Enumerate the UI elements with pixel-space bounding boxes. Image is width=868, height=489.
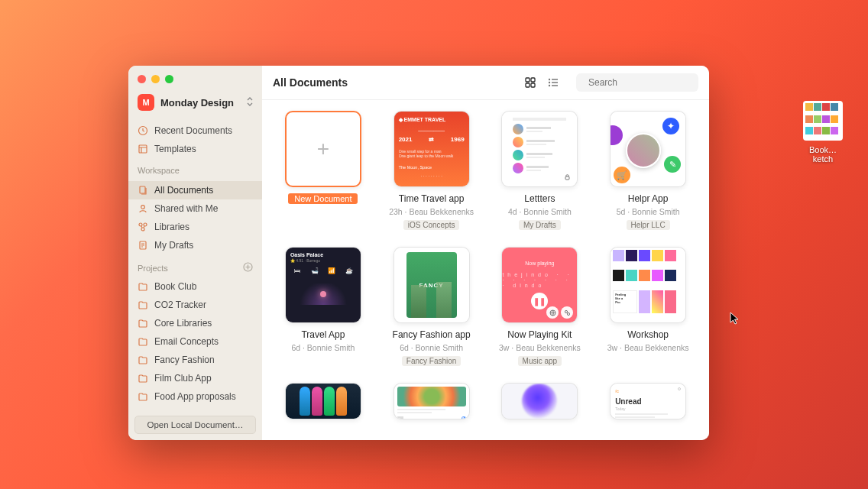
document-thumbnail xyxy=(285,383,361,419)
document-item[interactable]: Feelinglike aPro Workshop 3w · Beau Bekk… xyxy=(601,247,695,366)
document-tag: Fancy Fashion xyxy=(402,356,462,366)
plus-icon: + xyxy=(317,137,329,161)
folder-icon xyxy=(138,281,148,292)
document-meta: 3w · Beau Bekkenenks xyxy=(499,343,581,352)
sidebar-item-all-documents[interactable]: All Documents xyxy=(128,181,262,199)
document-tag: Helpr LLC xyxy=(627,220,670,230)
document-thumbnail: FANCY xyxy=(394,247,470,323)
folder-icon xyxy=(138,318,148,329)
document-thumbnail: Oasis Palace⭐ 4.91 ∙ Borrego🛏🛁📶☕ xyxy=(285,247,361,323)
svg-point-14 xyxy=(549,82,550,83)
svg-point-6 xyxy=(141,228,144,231)
toolbar: All Documents xyxy=(262,66,709,100)
sidebar-item-label: Fancy Fashion xyxy=(154,354,215,366)
sidebar-item-recent-documents[interactable]: Recent Documents xyxy=(128,121,262,140)
documents-grid: + New Document ◆ EMMET TRAVEL───────2021… xyxy=(262,100,709,440)
sidebar-item-my-drafts[interactable]: My Drafts xyxy=(128,236,262,254)
document-item[interactable]: ≈UnreadToday xyxy=(601,383,695,419)
document-item[interactable] xyxy=(493,383,588,419)
svg-point-15 xyxy=(549,85,550,86)
search-box[interactable] xyxy=(576,73,698,92)
document-tag: My Drafts xyxy=(519,220,561,230)
sidebar-project-item[interactable]: Gems Website xyxy=(128,406,262,410)
svg-point-5 xyxy=(144,223,147,226)
document-title: Fancy Fashion app xyxy=(393,329,471,340)
projects-list: Book ClubCO2 TrackerCore LibrariesEmail … xyxy=(128,277,262,410)
new-document-button[interactable]: + New Document xyxy=(276,111,371,230)
desktop-file-label: Book…ketch xyxy=(801,145,845,164)
sidebar-item-label: CO2 Tracker xyxy=(154,299,206,311)
traffic-lights xyxy=(128,66,262,89)
document-item[interactable]: FANCY Fancy Fashion app 6d · Bonnie Smit… xyxy=(384,247,479,366)
document-item[interactable]: ✦✎🛒 Helpr App 5d · Bonnie Smith Helpr LL… xyxy=(601,111,695,230)
sidebar-section-projects-label: Projects xyxy=(128,257,262,277)
minimize-window-button[interactable] xyxy=(151,75,160,83)
sidebar-item-label: Book Club xyxy=(154,280,196,293)
page-title: All Documents xyxy=(273,76,507,89)
document-tag: iOS Concepts xyxy=(403,220,460,230)
list-view-button[interactable] xyxy=(546,75,561,90)
document-title: Travel App xyxy=(301,329,345,340)
add-project-button[interactable] xyxy=(243,262,253,274)
folder-icon xyxy=(138,300,148,310)
close-window-button[interactable] xyxy=(138,75,146,83)
maximize-window-button[interactable] xyxy=(165,75,173,83)
document-thumbnail: ✦✎🛒 xyxy=(610,111,686,187)
document-thumbnail xyxy=(501,383,578,419)
workspace-switcher[interactable]: M Monday Design xyxy=(128,89,262,118)
document-thumbnail: Feelinglike aPro xyxy=(610,247,686,323)
svg-rect-9 xyxy=(526,78,530,82)
folder-icon xyxy=(138,391,148,402)
document-meta: 23h · Beau Bekkenenks xyxy=(389,207,474,216)
svg-point-4 xyxy=(139,223,142,226)
document-title: Now Playing Kit xyxy=(507,329,572,340)
desktop-file[interactable]: Book…ketch xyxy=(801,101,845,164)
svg-rect-1 xyxy=(139,145,147,153)
folder-icon xyxy=(138,355,148,365)
sidebar-item-templates[interactable]: Templates xyxy=(128,140,262,158)
document-thumbnail: ◆ EMMET TRAVEL───────2021⇄1969One small … xyxy=(394,111,470,187)
grid-view-button[interactable] xyxy=(523,75,538,90)
sidebar-item-label: My Drafts xyxy=(154,239,193,251)
document-thumbnail: Now playingthejindo · · · · · · · · · · … xyxy=(501,247,578,323)
sidebar-item-label: Shared with Me xyxy=(154,202,218,215)
sidebar-project-item[interactable]: CO2 Tracker xyxy=(128,296,262,314)
document-tag: Music app xyxy=(518,356,562,366)
document-item[interactable]: Now playingthejindo · · · · · · · · · · … xyxy=(493,247,588,366)
sidebar-project-item[interactable]: Core Libraries xyxy=(128,314,262,332)
svg-point-20 xyxy=(567,313,569,315)
sidebar-item-label: All Documents xyxy=(154,184,213,196)
document-meta: 4d · Bonnie Smith xyxy=(508,207,572,216)
svg-point-19 xyxy=(565,310,567,313)
document-meta: 3w · Beau Bekkenenks xyxy=(607,343,689,352)
sidebar: M Monday Design Recent Documents Templat… xyxy=(128,66,262,440)
document-meta: 6d · Bonnie Smith xyxy=(400,343,463,352)
document-item[interactable] xyxy=(276,383,371,419)
folder-icon xyxy=(138,373,148,384)
libraries-icon xyxy=(138,222,148,232)
sidebar-project-item[interactable]: Book Club xyxy=(128,277,262,296)
sidebar-item-shared-with-me[interactable]: Shared with Me xyxy=(128,199,262,218)
view-toggle xyxy=(517,75,567,90)
open-local-document-button[interactable]: Open Local Document… xyxy=(134,416,256,434)
document-item[interactable]: ◆ EMMET TRAVEL───────2021⇄1969One small … xyxy=(384,111,479,230)
main-content: All Documents + New Document ◆ EMMET TRA… xyxy=(262,66,709,440)
document-item[interactable]: Oasis Palace⭐ 4.91 ∙ Borrego🛏🛁📶☕ Travel … xyxy=(276,247,371,366)
sidebar-item-libraries[interactable]: Libraries xyxy=(128,218,262,236)
sidebar-project-item[interactable]: Food App proposals xyxy=(128,387,262,406)
document-meta: 5d · Bonnie Smith xyxy=(617,207,680,216)
sidebar-project-item[interactable]: Email Concepts xyxy=(128,332,262,351)
svg-rect-11 xyxy=(526,83,530,87)
clock-icon xyxy=(138,125,148,136)
sidebar-project-item[interactable]: Fancy Fashion xyxy=(128,351,262,369)
sidebar-item-label: Libraries xyxy=(154,221,189,233)
svg-rect-12 xyxy=(531,83,535,87)
sidebar-project-item[interactable]: Film Club App xyxy=(128,369,262,387)
document-item[interactable]: Lettters 4d · Bonnie Smith My Drafts xyxy=(493,111,588,230)
document-item[interactable]: ❚❚ xyxy=(384,383,479,419)
search-input[interactable] xyxy=(588,77,703,88)
sidebar-item-label: Core Libraries xyxy=(154,317,212,329)
document-title: Time Travel app xyxy=(399,193,465,204)
sidebar-item-label: Email Concepts xyxy=(154,335,219,348)
document-thumbnail xyxy=(501,111,578,187)
